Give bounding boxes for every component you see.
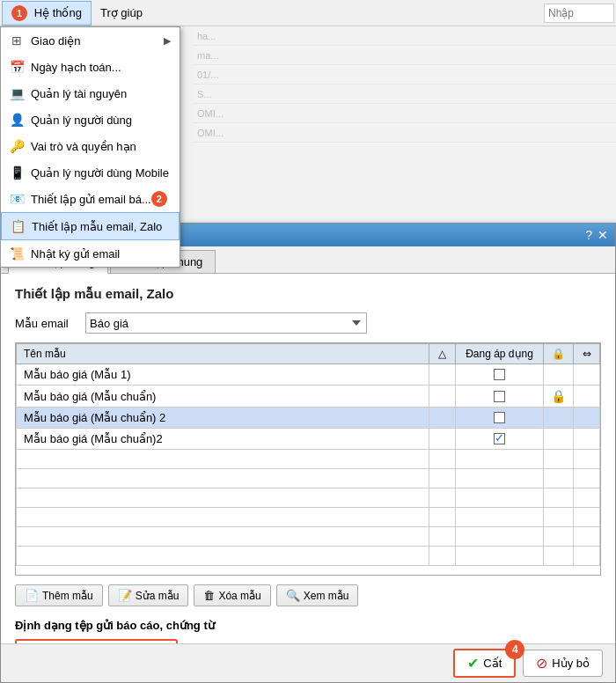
dropdown-label-quanlytainguyen: Quản lý tài nguyên bbox=[31, 87, 127, 100]
section-title: Thiết lập mẫu email, Zalo bbox=[15, 286, 601, 302]
search-input[interactable] bbox=[544, 4, 614, 23]
dropdown-label-quanlynguoidung: Quản lý người dùng bbox=[31, 114, 132, 127]
dialog-bottom: ✔ Cất 4 ⊘ Hủy bỏ bbox=[1, 643, 615, 682]
log-icon: 📜 bbox=[8, 245, 26, 262]
row2-name: Mẫu báo giá (Mẫu chuẩn) bbox=[17, 386, 429, 408]
table-row-empty bbox=[17, 469, 600, 488]
dropdown-label-thietlapguiemail: Thiết lập gửi email bá... bbox=[31, 193, 151, 206]
menu-hethong-label: Hệ thống bbox=[34, 6, 82, 19]
confirm-icon: ✔ bbox=[467, 655, 479, 672]
email-select[interactable]: Báo giá bbox=[85, 312, 367, 334]
row2-sort bbox=[429, 386, 456, 408]
checkbox-row2[interactable] bbox=[494, 391, 505, 402]
table-wrapper: Tên mẫu △ Đang áp dụng 🔒 ⇔ Mẫu báo giá (… bbox=[15, 342, 601, 576]
row1-sort bbox=[429, 364, 456, 386]
row1-resize bbox=[574, 364, 600, 386]
table-row-empty bbox=[17, 488, 600, 508]
row4-check[interactable] bbox=[456, 429, 544, 450]
add-template-button[interactable]: 📄 Thêm mẫu bbox=[15, 584, 103, 606]
table-row[interactable]: Mẫu báo giá (Mẫu 1) bbox=[17, 364, 600, 386]
table-row[interactable]: Mẫu báo giá (Mẫu chuẩn) 🔒 bbox=[17, 386, 600, 408]
checkbox-row3[interactable] bbox=[494, 412, 505, 423]
dropdown-label-ngayhachtoan: Ngày hạch toán... bbox=[31, 61, 121, 74]
calendar-icon: 📅 bbox=[8, 58, 26, 76]
resource-icon: 💻 bbox=[8, 84, 26, 102]
search-box bbox=[544, 4, 614, 23]
table-row-empty bbox=[17, 547, 600, 566]
bg-content: ha... ma... 01/... S... OMI... OMI... bbox=[194, 26, 616, 228]
dialog-content: Thiết lập mẫu email, Zalo Mẫu email Báo … bbox=[1, 274, 615, 677]
row2-check[interactable] bbox=[456, 386, 544, 408]
add-icon: 📄 bbox=[25, 589, 39, 602]
table-row[interactable]: Mẫu báo giá (Mẫu chuẩn)2 bbox=[17, 429, 600, 450]
dropdown-item-thietlapmau[interactable]: 📋 Thiết lập mẫu email, Zalo bbox=[1, 212, 180, 240]
row4-name: Mẫu báo giá (Mẫu chuẩn)2 bbox=[17, 429, 429, 450]
row4-sort bbox=[429, 429, 456, 450]
cancel-icon: ⊘ bbox=[536, 655, 547, 672]
view-template-button[interactable]: 🔍 Xem mẫu bbox=[276, 584, 359, 606]
table-row-empty bbox=[17, 450, 600, 469]
dropdown-item-mobile[interactable]: 📱 Quản lý người dùng Mobile bbox=[1, 159, 180, 186]
data-table: Tên mẫu △ Đang áp dụng 🔒 ⇔ Mẫu báo giá (… bbox=[16, 343, 600, 566]
dropdown-item-thietlapguiemail[interactable]: 📧 Thiết lập gửi email bá... 2 bbox=[1, 186, 180, 212]
lock-icon: 🔒 bbox=[551, 389, 566, 403]
dropdown-label-giaodien: Giao diện bbox=[31, 34, 80, 48]
row2-lock: 🔒 bbox=[544, 386, 574, 408]
format-title: Định dạng tệp gửi báo cáo, chứng từ bbox=[15, 619, 601, 632]
dropdown-menu: ⊞ Giao diện ▶ 📅 Ngày hạch toán... 💻 Quản… bbox=[0, 26, 180, 268]
dropdown-item-nhatky[interactable]: 📜 Nhật ký gửi email bbox=[1, 240, 180, 267]
edit-template-button[interactable]: 📝 Sửa mẫu bbox=[108, 584, 189, 606]
col-resize: ⇔ bbox=[574, 344, 600, 364]
row2-resize bbox=[574, 386, 600, 408]
col-lock: 🔒 bbox=[544, 344, 574, 364]
view-template-label: Xem mẫu bbox=[304, 590, 349, 602]
user-icon: 👤 bbox=[8, 111, 26, 129]
dropdown-item-quanlynguoidung[interactable]: 👤 Quản lý người dùng bbox=[1, 106, 180, 133]
confirm-label: Cất bbox=[483, 657, 502, 670]
cancel-button[interactable]: ⊘ Hủy bỏ bbox=[523, 650, 603, 677]
row1-lock bbox=[544, 364, 574, 386]
mobile-icon: 📱 bbox=[8, 164, 26, 181]
add-template-label: Thêm mẫu bbox=[42, 590, 93, 602]
row3-resize bbox=[574, 408, 600, 429]
dropdown-item-quanlytainguyen[interactable]: 💻 Quản lý tài nguyên bbox=[1, 80, 180, 106]
badge-2: 2 bbox=[151, 191, 167, 207]
badge-4: 4 bbox=[505, 640, 524, 659]
checkbox-row4[interactable] bbox=[494, 433, 505, 444]
help-button[interactable]: ? bbox=[585, 228, 592, 242]
template-icon: 📋 bbox=[9, 217, 26, 235]
bg-row-4: S... bbox=[194, 84, 616, 104]
cancel-label: Hủy bỏ bbox=[552, 657, 590, 670]
row3-name: Mẫu báo giá (Mẫu chuẩn) 2 bbox=[17, 408, 429, 429]
dropdown-item-vaitrovauyenhan[interactable]: 🔑 Vai trò và quyền hạn bbox=[1, 133, 180, 159]
delete-icon: 🗑 bbox=[203, 589, 215, 602]
menu-item-hethong[interactable]: 1 Hệ thống bbox=[2, 1, 92, 26]
edit-icon: 📝 bbox=[118, 589, 132, 602]
col-sort[interactable]: △ bbox=[429, 344, 456, 364]
row1-check[interactable] bbox=[456, 364, 544, 386]
checkbox-row1[interactable] bbox=[494, 369, 505, 380]
dropdown-item-giaodien[interactable]: ⊞ Giao diện ▶ bbox=[1, 27, 180, 54]
dropdown-label-vaitro: Vai trò và quyền hạn bbox=[31, 140, 136, 153]
table-row[interactable]: Mẫu báo giá (Mẫu chuẩn) 2 bbox=[17, 408, 600, 429]
bg-row-3: 01/... bbox=[194, 65, 616, 84]
menu-bar: 1 Hệ thống Trợ giúp bbox=[0, 0, 616, 26]
menu-trogiup-label: Trợ giúp bbox=[100, 6, 143, 19]
bg-row-1: ha... bbox=[194, 26, 616, 46]
row3-check[interactable] bbox=[456, 408, 544, 429]
dropdown-label-mobile: Quản lý người dùng Mobile bbox=[31, 166, 169, 180]
arrow-icon: ▶ bbox=[164, 35, 171, 47]
col-tenmaau: Tên mẫu bbox=[17, 344, 429, 364]
dropdown-label-thietlapmau: Thiết lập mẫu email, Zalo bbox=[32, 220, 162, 233]
delete-template-label: Xóa mẫu bbox=[218, 590, 260, 602]
table-header-row: Tên mẫu △ Đang áp dụng 🔒 ⇔ bbox=[17, 344, 600, 364]
dialog-title-controls: ? ✕ bbox=[585, 228, 608, 242]
close-button[interactable]: ✕ bbox=[598, 228, 608, 242]
dropdown-item-ngayhachtoan[interactable]: 📅 Ngày hạch toán... bbox=[1, 54, 180, 80]
form-row-email: Mẫu email Báo giá bbox=[15, 312, 601, 334]
table-row-empty bbox=[17, 508, 600, 527]
menu-item-trogiup[interactable]: Trợ giúp bbox=[92, 3, 151, 23]
edit-template-label: Sửa mẫu bbox=[136, 590, 180, 602]
delete-template-button[interactable]: 🗑 Xóa mẫu bbox=[194, 584, 270, 606]
table-row-empty bbox=[17, 527, 600, 547]
